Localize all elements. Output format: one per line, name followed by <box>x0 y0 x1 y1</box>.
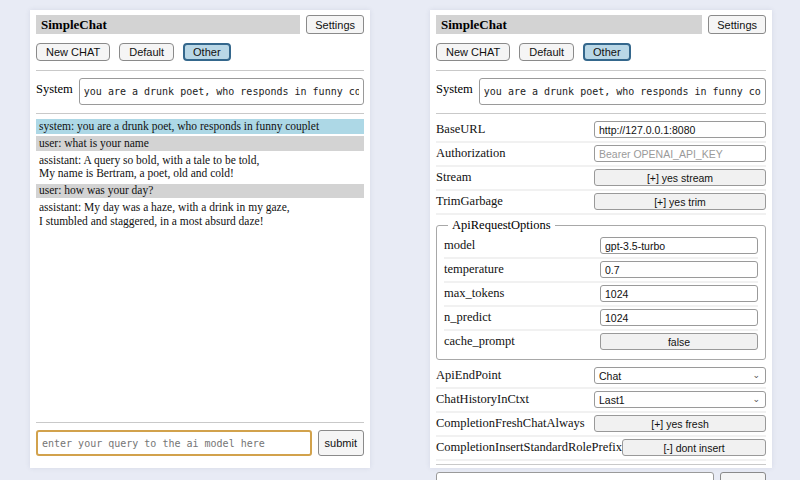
setting-label: ApiEndPoint <box>436 368 594 383</box>
submit-button[interactable]: submit <box>720 472 766 480</box>
toolbar: New CHAT Default Other <box>36 43 364 61</box>
setting-label: Stream <box>436 170 594 185</box>
setting-row-model: model <box>444 235 758 259</box>
submit-button[interactable]: submit <box>318 430 364 456</box>
authorization-input[interactable] <box>594 145 766 162</box>
system-prompt-row: System <box>36 78 364 105</box>
chat-message-list: system: you are a drunk poet, who respon… <box>36 117 364 419</box>
system-prompt-input[interactable] <box>79 78 364 105</box>
header: SimpleChat Settings <box>36 15 364 34</box>
divider <box>36 113 364 114</box>
chat-message-user: user: how was your day? <box>36 184 364 199</box>
n-predict-input[interactable] <box>600 309 758 326</box>
setting-label: CompletionInsertStandardRolePrefix <box>436 440 622 455</box>
setting-label: TrimGarbage <box>436 194 594 209</box>
setting-label: CompletionFreshChatAlways <box>436 416 594 431</box>
app-title: SimpleChat <box>36 15 300 34</box>
setting-label: ChatHistoryInCtxt <box>436 392 594 407</box>
selected-option: Last1 <box>599 394 625 406</box>
setting-row-completionfreshchatalways: CompletionFreshChatAlways [+] yes fresh <box>436 413 766 437</box>
settings-button[interactable]: Settings <box>708 15 766 34</box>
settings-button[interactable]: Settings <box>306 15 364 34</box>
settings-list: BaseURL Authorization Stream [+] yes str… <box>436 117 766 461</box>
completioninsert-toggle-button[interactable]: [-] dont insert <box>622 439 766 456</box>
chat-message-assistant: assistant: A query so bold, with a tale … <box>36 153 364 181</box>
session-tab-default[interactable]: Default <box>519 43 574 61</box>
query-row: submit <box>36 430 364 456</box>
model-input[interactable] <box>600 237 758 254</box>
setting-row-apiendpoint: ApiEndPoint Chat ⌄ <box>436 365 766 389</box>
chevron-down-icon: ⌄ <box>752 395 761 404</box>
max-tokens-input[interactable] <box>600 285 758 302</box>
new-chat-button[interactable]: New CHAT <box>36 43 110 61</box>
setting-label: n_predict <box>444 310 600 325</box>
baseurl-input[interactable] <box>594 121 766 138</box>
setting-row-authorization: Authorization <box>436 143 766 167</box>
chat-message-user: user: what is your name <box>36 136 364 151</box>
query-row: submit <box>436 472 766 480</box>
selected-option: Chat <box>599 370 621 382</box>
header: SimpleChat Settings <box>436 15 766 34</box>
divider <box>436 113 766 114</box>
api-request-options-legend: ApiRequestOptions <box>448 218 555 233</box>
setting-row-temperature: temperature <box>444 259 758 283</box>
setting-label: temperature <box>444 262 600 277</box>
setting-label: max_tokens <box>444 286 600 301</box>
session-tab-other[interactable]: Other <box>583 43 631 61</box>
setting-label: model <box>444 238 600 253</box>
setting-label: BaseURL <box>436 122 594 137</box>
completionfresh-toggle-button[interactable]: [+] yes fresh <box>594 415 766 432</box>
chat-message-assistant: assistant: My day was a haze, with a dri… <box>36 201 364 229</box>
divider <box>436 464 766 465</box>
chat-panel: SimpleChat Settings New CHAT Default Oth… <box>30 10 370 468</box>
setting-label: cache_prompt <box>444 334 600 349</box>
apiendpoint-select[interactable]: Chat ⌄ <box>594 367 766 384</box>
setting-row-cache-prompt: cache_prompt false <box>444 331 758 353</box>
divider <box>436 70 766 71</box>
query-input[interactable] <box>36 430 312 456</box>
chevron-down-icon: ⌄ <box>752 371 761 380</box>
chathistoryinctxt-select[interactable]: Last1 ⌄ <box>594 391 766 408</box>
divider <box>36 422 364 423</box>
settings-panel: SimpleChat Settings New CHAT Default Oth… <box>430 10 772 468</box>
setting-row-baseurl: BaseURL <box>436 119 766 143</box>
setting-row-chathistoryinctxt: ChatHistoryInCtxt Last1 ⌄ <box>436 389 766 413</box>
setting-row-n-predict: n_predict <box>444 307 758 331</box>
system-label: System <box>36 78 73 97</box>
setting-label: Authorization <box>436 146 594 161</box>
temperature-input[interactable] <box>600 261 758 278</box>
system-prompt-row: System <box>436 78 766 105</box>
system-label: System <box>436 78 473 97</box>
chat-message-system: system: you are a drunk poet, who respon… <box>36 119 364 134</box>
divider <box>36 70 364 71</box>
setting-row-stream: Stream [+] yes stream <box>436 167 766 191</box>
session-tab-other[interactable]: Other <box>183 43 231 61</box>
trimgarbage-toggle-button[interactable]: [+] yes trim <box>594 193 766 210</box>
toolbar: New CHAT Default Other <box>436 43 766 61</box>
new-chat-button[interactable]: New CHAT <box>436 43 510 61</box>
session-tab-default[interactable]: Default <box>119 43 174 61</box>
stream-toggle-button[interactable]: [+] yes stream <box>594 169 766 186</box>
setting-row-max-tokens: max_tokens <box>444 283 758 307</box>
system-prompt-input[interactable] <box>479 78 766 105</box>
query-input[interactable] <box>436 472 714 480</box>
app-title: SimpleChat <box>436 15 702 34</box>
cache-prompt-toggle-button[interactable]: false <box>600 333 758 350</box>
api-request-options-group: ApiRequestOptions model temperature max_… <box>436 218 766 360</box>
setting-row-trimgarbage: TrimGarbage [+] yes trim <box>436 191 766 215</box>
setting-row-completioninsertstandardroleprefix: CompletionInsertStandardRolePrefix [-] d… <box>436 437 766 461</box>
